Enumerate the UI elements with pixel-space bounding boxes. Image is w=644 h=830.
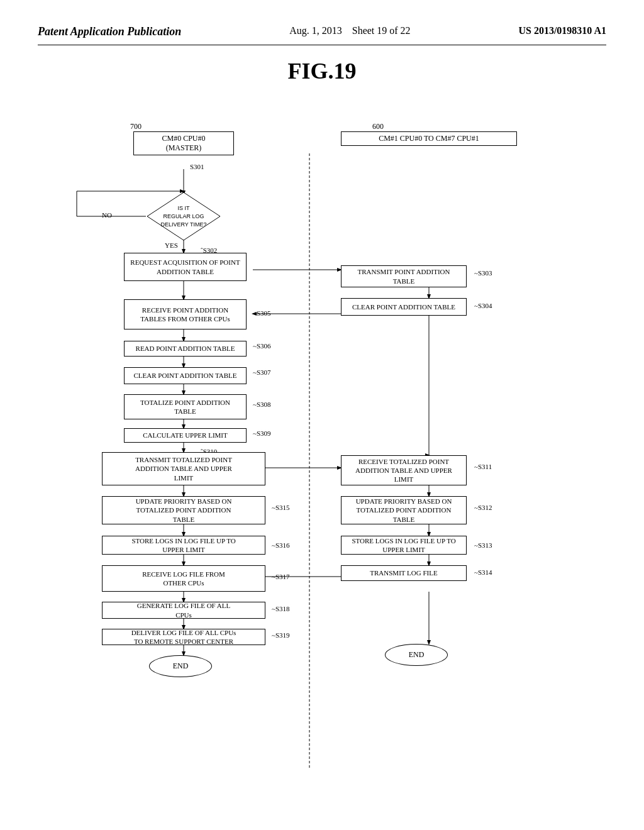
box-totalize: TOTALIZE POINT ADDITIONTABLE <box>124 394 247 419</box>
step-s309: ~S309 <box>253 429 271 437</box>
box-generate: GENERATE LOG FILE OF ALLCPUs <box>102 602 265 619</box>
step-s304: ~S304 <box>474 302 492 309</box>
box-receive-totalized: RECEIVE TOTALIZED POINTADDITION TABLE AN… <box>341 455 467 485</box>
step-s307: ~S307 <box>253 368 271 376</box>
step-s318: ~S318 <box>272 605 290 612</box>
step-s314: ~S314 <box>474 568 492 576</box>
flow-arrows <box>39 103 605 782</box>
col-left-ref: 700 <box>130 122 142 131</box>
svg-text:IS IT: IS IT <box>177 205 190 211</box>
no-label: NO <box>102 211 112 219</box>
col-right-label: CM#1 CPU#0 TO CM#7 CPU#1 <box>341 131 517 146</box>
header: Patent Application Publication Aug. 1, 2… <box>38 25 606 45</box>
box-store-right: STORE LOGS IN LOG FILE UP TOUPPER LIMIT <box>341 536 467 555</box>
header-date: Aug. 1, 2013 <box>289 25 342 36</box>
box-receive-log: RECEIVE LOG FILE FROMOTHER CPUs <box>102 565 265 592</box>
end-left: END <box>149 655 212 677</box>
diagram-area: 700 CM#0 CPU#0(MASTER) 600 CM#1 CPU#0 TO… <box>39 103 605 782</box>
header-center: Aug. 1, 2013 Sheet 19 of 22 <box>289 25 410 36</box>
box-receive-tables: RECEIVE POINT ADDITIONTABLES FROM OTHER … <box>124 299 247 329</box>
step-s312: ~S312 <box>474 504 492 511</box>
step-s316: ~S316 <box>272 541 290 549</box>
step-s317: ~S317 <box>272 573 290 580</box>
header-left: Patent Application Publication <box>38 25 181 38</box>
step-s308: ~S308 <box>253 401 271 408</box>
yes-label: YES <box>165 241 178 249</box>
col-left-label: CM#0 CPU#0(MASTER) <box>133 131 234 155</box>
box-transmit-log: TRANSMIT LOG FILE <box>341 565 467 581</box>
step-s301: S301 <box>190 163 204 170</box>
step-s305: ~S305 <box>253 309 271 317</box>
step-s315: ~S315 <box>272 504 290 511</box>
svg-text:DELIVERY TIME?: DELIVERY TIME? <box>160 221 206 228</box>
step-s303: ~S303 <box>474 269 492 277</box>
box-transmit-totalized: TRANSMIT TOTALIZED POINTADDITION TABLE A… <box>102 452 265 485</box>
header-sheet: Sheet 19 of 22 <box>352 25 411 36</box>
box-transmit-pt: TRANSMIT POINT ADDITIONTABLE <box>341 265 467 287</box>
box-store-left: STORE LOGS IN LOG FILE UP TOUPPER LIMIT <box>102 536 265 555</box>
box-read: READ POINT ADDITION TABLE <box>124 341 247 357</box>
diamond-decision: IS IT REGULAR LOG DELIVERY TIME? <box>146 191 221 241</box>
box-clear-left: CLEAR POINT ADDITION TABLE <box>124 367 247 384</box>
box-deliver: DELIVER LOG FILE OF ALL CPUsTO REMOTE SU… <box>102 629 265 645</box>
step-s306: ~S306 <box>253 342 271 350</box>
box-calc-upper: CALCULATE UPPER LIMIT <box>124 428 247 443</box>
header-right: US 2013/0198310 A1 <box>518 25 606 36</box>
col-right-ref: 600 <box>372 122 384 131</box>
step-s319: ~S319 <box>272 631 290 639</box>
step-s313: ~S313 <box>474 541 492 549</box>
box-update-left: UPDATE PRIORITY BASED ONTOTALIZED POINT … <box>102 496 265 524</box>
page: Patent Application Publication Aug. 1, 2… <box>0 0 644 830</box>
svg-text:REGULAR LOG: REGULAR LOG <box>163 213 204 219</box>
box-clear-right: CLEAR POINT ADDITION TABLE <box>341 298 467 316</box>
step-s311: ~S311 <box>474 463 492 470</box>
end-right: END <box>385 644 448 666</box>
fig-title: FIG.19 <box>38 58 606 84</box>
box-request: REQUEST ACQUISITION OF POINT ADDITION TA… <box>124 253 247 281</box>
box-update-right: UPDATE PRIORITY BASED ONTOTALIZED POINT … <box>341 496 467 524</box>
